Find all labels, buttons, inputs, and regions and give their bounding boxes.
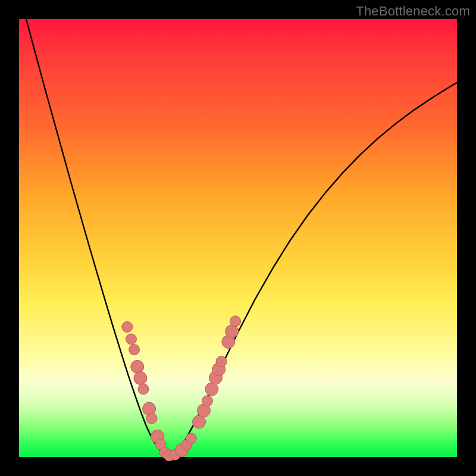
plot-area [19,19,457,457]
curve-marker [146,413,157,424]
curve-marker [138,384,149,394]
chart-frame: TheBottleneck.com [0,0,476,476]
curve-marker [131,360,144,373]
curve-marker [129,345,140,355]
curve-marker [202,396,212,406]
curve-marker [230,316,241,327]
curve-marker [126,334,136,345]
curve-marker [134,372,147,385]
watermark-text: TheBottleneck.com [356,4,470,19]
curve-marker [122,321,133,332]
curve-markers [19,19,457,457]
curve-marker [186,433,196,444]
curve-marker [216,356,227,367]
